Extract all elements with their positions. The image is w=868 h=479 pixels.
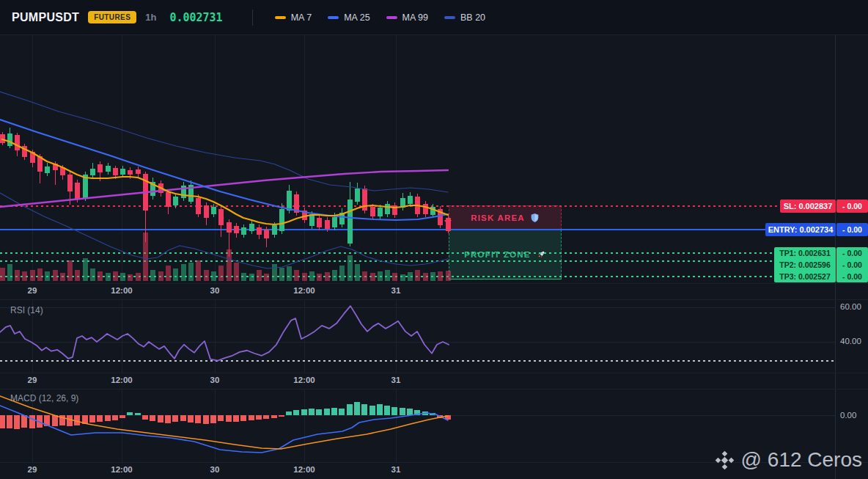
candle-body — [370, 207, 375, 216]
profit-zone-label: PROFIT ZONE — [464, 250, 531, 259]
tp1-axis-badge: - 0.00 — [836, 248, 868, 259]
volume-bar — [227, 249, 232, 281]
candle-body — [30, 152, 35, 163]
volume-bar — [415, 270, 420, 281]
volume-bar — [347, 255, 353, 281]
candle-body — [188, 185, 194, 202]
volume-bar — [438, 271, 443, 281]
volume-bar — [264, 274, 269, 281]
volume-bar — [90, 268, 95, 281]
legend-item-ma-7[interactable]: MA 7 — [275, 12, 312, 23]
legend-swatch — [275, 16, 286, 19]
macd-histogram-bar — [142, 415, 148, 420]
vertical-gridline — [396, 299, 397, 373]
candle-body — [90, 169, 95, 175]
market-type-badge: FUTURES — [88, 11, 136, 23]
candle-body — [294, 194, 299, 213]
macd-histogram-bar — [240, 415, 246, 421]
macd-histogram-bar — [188, 415, 194, 423]
profit-zone-box: PROFIT ZONE — [449, 230, 562, 279]
watermark: @ 612 Ceros — [715, 448, 862, 472]
vertical-gridline — [396, 389, 397, 462]
rocket-icon — [536, 249, 546, 260]
macd-histogram-bar — [445, 415, 451, 420]
vertical-gridline — [215, 389, 216, 462]
tp1-line — [0, 252, 835, 254]
volume-bar — [241, 273, 246, 281]
watermark-text: @ 612 Ceros — [741, 448, 862, 472]
macd-histogram-bar — [158, 415, 163, 423]
candle-body — [241, 227, 246, 235]
macd-histogram-bar — [127, 412, 133, 415]
volume-bar — [211, 271, 216, 281]
symbol-name[interactable]: PUMPUSDT — [12, 11, 79, 24]
legend-swatch — [386, 16, 397, 19]
candle-body — [158, 183, 163, 193]
take-profit-axis-badges: - 0.00 - 0.00 - 0.00 — [836, 247, 868, 282]
candle-body — [173, 197, 178, 205]
legend-item-ma-25[interactable]: MA 25 — [328, 12, 369, 23]
candle-body — [120, 169, 125, 175]
candle-body — [378, 208, 383, 216]
candle-body — [204, 205, 209, 218]
time-tick-label: 12:00 — [293, 465, 315, 474]
macd-histogram-bar — [218, 415, 224, 421]
legend-swatch — [328, 16, 339, 19]
macd-histogram-bar — [271, 415, 277, 418]
legend-item-bb-20[interactable]: BB 20 — [444, 12, 485, 23]
volume-bar — [113, 271, 118, 281]
time-tick-label: 31 — [391, 376, 401, 384]
vertical-gridline — [304, 299, 305, 373]
candle-body — [166, 192, 171, 207]
legend-label: MA 7 — [291, 12, 312, 23]
risk-area-box: RISK AREA — [449, 205, 562, 230]
legend-item-ma-99[interactable]: MA 99 — [386, 12, 428, 23]
candle-body — [385, 204, 390, 214]
tp3-badge: TP3: 0.002527 — [774, 271, 836, 282]
volume-bar — [136, 273, 141, 281]
candle-body — [150, 182, 155, 196]
macd-histogram-bar — [180, 415, 186, 421]
candle-body — [317, 218, 322, 227]
entry-axis-badge: - 0.00 — [836, 223, 868, 236]
macd-histogram-bar — [82, 415, 88, 424]
legend-label: MA 25 — [344, 12, 369, 23]
volume-bar — [30, 270, 35, 281]
macd-histogram-bar — [14, 415, 20, 429]
candle-body — [415, 197, 420, 214]
macd-histogram-bar — [172, 415, 178, 422]
macd-histogram-bar — [256, 415, 262, 420]
candle-body — [98, 164, 103, 172]
candle-body — [423, 204, 428, 214]
volume-bar — [370, 273, 375, 281]
macd-histogram-bar — [391, 407, 397, 415]
rsi-axis-60: 60.00 — [840, 302, 861, 311]
candle-body — [400, 198, 405, 208]
macd-histogram-bar — [59, 415, 65, 425]
time-tick-label: 30 — [210, 286, 220, 295]
macd-histogram-bar — [437, 415, 443, 418]
trading-chart-window: PUMPUSDT FUTURES 1h 0.002731 MA 7MA 25MA… — [0, 0, 868, 479]
interval-selector[interactable]: 1h — [145, 12, 156, 23]
candle-body — [83, 175, 88, 199]
vertical-gridline — [396, 35, 397, 283]
volume-bar — [392, 273, 397, 281]
macd-histogram-bar — [407, 409, 413, 415]
volume-bar — [166, 266, 171, 281]
candle-body — [355, 189, 360, 202]
macd-histogram-bar — [105, 415, 111, 421]
macd-histogram-bar — [361, 404, 367, 415]
shield-icon — [530, 213, 540, 223]
macd-histogram-bar — [414, 410, 420, 415]
macd-histogram-bar — [7, 415, 12, 428]
macd-histogram-bar — [21, 415, 27, 428]
macd-histogram-bar — [331, 408, 337, 415]
candle-body — [113, 168, 118, 175]
macd-histogram-bar — [67, 415, 73, 426]
volume-bar — [272, 264, 277, 281]
time-tick-label: 31 — [391, 465, 401, 474]
candle-body — [227, 222, 232, 233]
volume-bar — [355, 264, 360, 281]
volume-bar — [204, 270, 209, 281]
volume-bar — [385, 270, 390, 281]
